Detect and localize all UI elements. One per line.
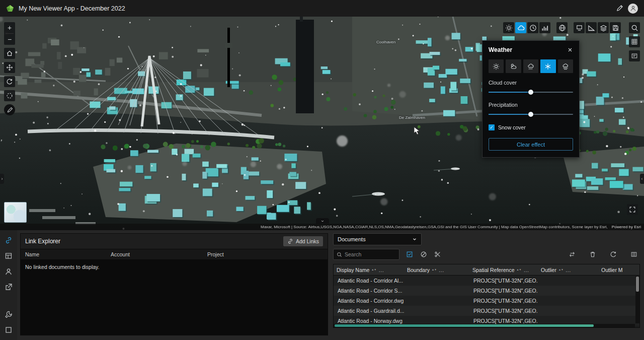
add-links-button[interactable]: Add Links [283, 236, 323, 246]
documents-table: Display Name▲▼… Boundary▲▼… Spatial Refe… [333, 264, 640, 328]
sketch-button[interactable] [4, 104, 15, 115]
fullscreen-button[interactable] [627, 204, 638, 215]
basemap-tool-button[interactable] [556, 22, 568, 33]
link-icon [287, 238, 293, 244]
export-tool-icon[interactable] [3, 282, 14, 293]
clear-effect-button[interactable]: Clear effect [489, 138, 573, 151]
snow-cover-label: Snow cover [498, 124, 526, 130]
weather-modes [489, 59, 573, 73]
zoom-out-button[interactable]: − [4, 34, 15, 45]
partly-cloudy-mode-button[interactable] [506, 59, 521, 73]
link-explorer-columns: Name Account Project [21, 249, 328, 260]
wrench-tool-icon[interactable] [3, 309, 14, 320]
overview-minimap[interactable] [4, 202, 27, 223]
sort-icon[interactable]: ▲▼ [371, 268, 376, 271]
zoom-in-button[interactable]: + [4, 22, 15, 33]
transfer-icon[interactable] [568, 250, 576, 259]
save-tool-button[interactable] [610, 22, 621, 33]
attribution-text: Maxar, Microsoft | Source: Airbus,USGS,N… [261, 225, 608, 229]
slider-thumb[interactable] [528, 112, 533, 117]
documents-search[interactable] [333, 249, 399, 260]
powered-by: Powered by Esri [612, 225, 641, 229]
cut-icon[interactable] [433, 250, 442, 259]
documents-table-header: Display Name▲▼… Boundary▲▼… Spatial Refe… [334, 264, 639, 276]
app-header: My New Viewer App - December 2022 [0, 0, 644, 17]
column-menu-icon[interactable]: … [566, 267, 571, 273]
snow-mode-button[interactable] [540, 59, 555, 73]
column-header-display-name[interactable]: Display Name▲▼… [334, 264, 404, 275]
search-tool-button[interactable] [629, 22, 640, 33]
column-menu-icon[interactable]: … [439, 267, 444, 273]
home-button[interactable] [4, 48, 15, 59]
search-input[interactable] [345, 251, 390, 257]
legend-button[interactable] [629, 50, 640, 61]
layers-stack-tool-button[interactable] [574, 22, 585, 33]
link-tool-icon[interactable] [3, 235, 14, 246]
close-icon[interactable] [567, 47, 573, 53]
rotate-button[interactable] [4, 76, 15, 87]
column-menu-icon[interactable]: … [378, 267, 384, 273]
weather-panel-title: Weather [489, 46, 567, 53]
rain-mode-button[interactable] [523, 59, 538, 73]
disable-icon[interactable] [419, 250, 428, 259]
horizontal-scrollbar[interactable] [334, 324, 635, 327]
search-icon [337, 252, 342, 257]
left-panel-handle[interactable]: › [0, 174, 4, 184]
scrollbar-thumb[interactable] [636, 277, 639, 292]
clock-tool-button[interactable] [527, 22, 538, 33]
measure-tool-button[interactable] [586, 22, 597, 33]
column-header-spatial-reference[interactable]: Spatial Reference▲▼… [469, 264, 538, 275]
pan-button[interactable] [4, 62, 15, 73]
column-header[interactable]: Account [106, 251, 203, 257]
snow-cover-checkbox[interactable]: ✓ Snow cover [489, 124, 573, 130]
table-row[interactable]: Atlantic Road - Guardrail.d...PROJCS["UT… [334, 306, 639, 316]
edit-app-button[interactable] [616, 5, 623, 12]
app-window: My New Viewer App - December 2022 [0, 0, 644, 340]
user-avatar[interactable] [628, 4, 638, 14]
sort-icon[interactable]: ▲▼ [432, 268, 437, 271]
table-row[interactable]: Atlantic Road - Corridor Al...PROJCS["UT… [334, 276, 639, 286]
tool-dock [0, 230, 17, 340]
documents-select-value: Documents [338, 236, 366, 242]
vertical-scrollbar[interactable] [635, 276, 639, 323]
select-check-icon[interactable] [405, 250, 414, 259]
precipitation-label: Precipitation [489, 102, 573, 108]
sort-icon[interactable]: ▲▼ [558, 268, 564, 271]
weather-tool-button[interactable] [515, 22, 526, 33]
refresh-icon[interactable] [609, 250, 617, 259]
frame-tool-icon[interactable] [3, 324, 14, 335]
table-row[interactable]: Atlantic Road - Corridor S...PROJCS["UTM… [334, 286, 639, 296]
collapse-map-chevron[interactable] [316, 218, 329, 224]
column-header[interactable]: Project [203, 251, 293, 257]
link-explorer-empty-message: No linked documents to display. [21, 260, 328, 335]
slider-thumb[interactable] [528, 90, 533, 95]
cloud-cover-slider[interactable] [489, 89, 573, 95]
map-left-toolbar: + − [4, 22, 15, 115]
column-menu-icon[interactable]: … [523, 267, 529, 273]
column-header-boundary[interactable]: Boundary▲▼… [404, 264, 469, 275]
daylight-tool-button[interactable] [503, 22, 514, 33]
layers-tool-button[interactable] [598, 22, 609, 33]
column-header-outlier-m[interactable]: Outlier M [598, 264, 636, 275]
columns-icon[interactable] [629, 250, 638, 259]
sort-icon[interactable]: ▲▼ [516, 268, 521, 271]
column-header[interactable]: Name [21, 251, 106, 257]
grid-view-button[interactable] [629, 36, 640, 47]
delete-icon[interactable] [588, 250, 597, 259]
app-logo-icon [6, 5, 14, 13]
select-circle-button[interactable] [4, 90, 15, 101]
add-links-label: Add Links [296, 238, 319, 244]
scrollbar-thumb[interactable] [335, 324, 594, 327]
table-row[interactable]: Atlantic Road - Corridor.dwgPROJCS["UTM-… [334, 296, 639, 306]
documents-select[interactable]: Documents [333, 233, 422, 245]
table-tool-icon[interactable] [3, 250, 14, 261]
precipitation-slider[interactable] [489, 111, 573, 117]
user-tool-icon[interactable] [3, 266, 14, 277]
app-title: My New Viewer App - December 2022 [19, 5, 125, 12]
column-header-outlier[interactable]: Outlier▲▼… [538, 264, 598, 275]
chart-tool-button[interactable] [539, 22, 550, 33]
fog-mode-button[interactable] [558, 59, 573, 73]
sun-mode-button[interactable] [489, 59, 504, 73]
documents-table-body: Atlantic Road - Corridor Al...PROJCS["UT… [334, 276, 639, 326]
right-panel-handle[interactable]: ‹ [640, 174, 644, 184]
